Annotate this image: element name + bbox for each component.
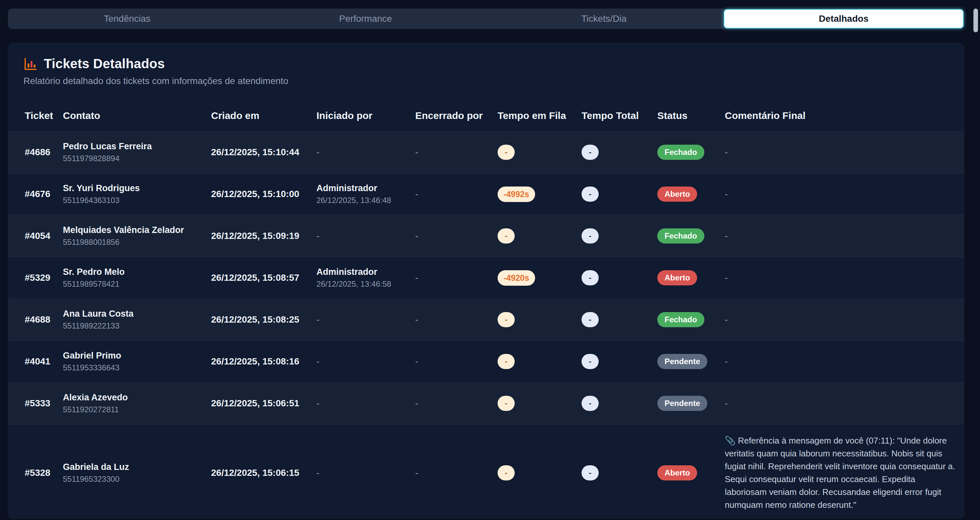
ended-by-value: - xyxy=(415,357,418,367)
contact-phone: 5511964363103 xyxy=(63,196,200,205)
final-comment-empty: - xyxy=(725,357,728,367)
contact-phone: 5511989578421 xyxy=(63,279,200,289)
created-cell: 26/12/2025, 15:08:25 xyxy=(206,299,311,341)
column-header: Encerrado por xyxy=(410,97,492,131)
ticket-cell: #5333 xyxy=(8,383,57,424)
total-time-cell: - xyxy=(576,215,652,257)
final-comment-empty: - xyxy=(725,231,728,241)
table-row: #5333Alexia Azevedo551192027281126/12/20… xyxy=(8,383,964,424)
contact-cell: Alexia Azevedo5511920272811 xyxy=(57,383,206,424)
created-at: 26/12/2025, 15:08:16 xyxy=(211,356,299,367)
final-comment-empty: - xyxy=(725,315,728,325)
created-at: 26/12/2025, 15:09:19 xyxy=(211,231,299,241)
status-badge: Aberto xyxy=(657,270,697,286)
total-time-cell: - xyxy=(576,341,652,383)
table-row: #4041Gabriel Primo551195333664326/12/202… xyxy=(8,341,964,383)
contact-name: Gabriel Primo xyxy=(63,351,200,361)
total-time-badge: - xyxy=(582,270,599,286)
queue-time-badge: -4992s xyxy=(498,187,535,202)
contact-cell: Gabriel Primo5511953336643 xyxy=(57,341,206,383)
ended-by-cell: - xyxy=(410,131,492,173)
queue-time-badge: -4920s xyxy=(498,270,535,286)
total-time-cell: - xyxy=(576,383,652,424)
contact-phone: 5511965323300 xyxy=(63,475,200,484)
queue-time-cell: - xyxy=(492,299,576,341)
started-by-cell: - xyxy=(311,424,410,519)
column-header: Criado em xyxy=(206,97,311,131)
total-time-badge: - xyxy=(582,354,599,369)
contact-name: Sr. Pedro Melo xyxy=(63,267,200,277)
queue-time-cell: - xyxy=(492,383,576,424)
total-time-cell: - xyxy=(576,173,652,215)
contact-name: Pedro Lucas Ferreira xyxy=(63,141,200,152)
ticket-id: #5329 xyxy=(25,273,50,283)
queue-time-badge: - xyxy=(498,465,515,480)
ended-by-value: - xyxy=(415,231,418,241)
final-comment-cell: - xyxy=(719,173,964,215)
contact-cell: Pedro Lucas Ferreira5511979828894 xyxy=(57,131,206,173)
page-subtitle: Relatório detalhado dos tickets com info… xyxy=(23,76,951,86)
contact-phone: 5511989222133 xyxy=(63,321,200,330)
created-at: 26/12/2025, 15:08:25 xyxy=(211,314,299,325)
ended-by-value: - xyxy=(415,468,418,478)
contact-cell: Sr. Yuri Rodrigues5511964363103 xyxy=(57,173,206,215)
status-badge: Fechado xyxy=(657,145,705,160)
ticket-cell: #4676 xyxy=(8,173,57,215)
started-by-empty: - xyxy=(317,468,320,478)
table-row: #5329Sr. Pedro Melo551198957842126/12/20… xyxy=(8,257,964,299)
status-badge: Fechado xyxy=(657,312,705,327)
started-by-date: 26/12/2025, 13:46:48 xyxy=(317,196,405,205)
queue-time-cell: -4992s xyxy=(492,173,576,215)
started-by-cell: - xyxy=(311,299,410,341)
tickets-table: TicketContatoCriado emIniciado porEncerr… xyxy=(8,97,964,519)
table-row: #4688Ana Laura Costa551198922213326/12/2… xyxy=(8,299,964,341)
tab-tend-ncias[interactable]: Tendências xyxy=(8,9,246,29)
status-badge: Aberto xyxy=(657,465,697,480)
queue-time-cell: - xyxy=(492,215,576,257)
status-cell: Aberto xyxy=(652,173,719,215)
ended-by-cell: - xyxy=(410,383,492,424)
table-row: #4686Pedro Lucas Ferreira551197982889426… xyxy=(8,131,964,173)
started-by-name: Administrador xyxy=(317,183,405,193)
status-cell: Aberto xyxy=(652,257,719,299)
status-badge: Fechado xyxy=(657,228,705,244)
ticket-id: #4688 xyxy=(25,314,50,325)
tab-detalhados[interactable]: Detalhados xyxy=(724,9,964,28)
contact-cell: Sr. Pedro Melo5511989578421 xyxy=(57,257,206,299)
status-cell: Fechado xyxy=(652,131,719,173)
created-at: 26/12/2025, 15:08:57 xyxy=(211,273,299,283)
total-time-cell: - xyxy=(576,424,652,519)
final-comment-cell: - xyxy=(719,257,964,299)
tab-tickets-dia[interactable]: Tickets/Dia xyxy=(485,9,723,29)
final-comment-text: 📎 Referência à mensagem de você (07:11):… xyxy=(725,434,959,511)
scrollbar-thumb[interactable] xyxy=(974,9,978,32)
contact-name: Melquiades Valência Zelador xyxy=(63,225,200,235)
status-cell: Fechado xyxy=(652,215,719,257)
started-by-cell: Administrador26/12/2025, 13:46:58 xyxy=(311,257,410,299)
tab-performance[interactable]: Performance xyxy=(246,9,485,29)
status-badge: Pendente xyxy=(657,354,707,369)
contact-cell: Melquiades Valência Zelador5511988001856 xyxy=(57,215,206,257)
created-cell: 26/12/2025, 15:10:00 xyxy=(206,173,311,215)
ended-by-cell: - xyxy=(410,341,492,383)
column-header: Ticket xyxy=(8,97,57,131)
ticket-id: #5333 xyxy=(25,398,50,408)
ended-by-cell: - xyxy=(410,257,492,299)
total-time-badge: - xyxy=(582,228,599,244)
ticket-id: #4041 xyxy=(25,356,50,367)
created-cell: 26/12/2025, 15:06:15 xyxy=(206,424,311,519)
final-comment-empty: - xyxy=(725,147,728,157)
column-header: Tempo Total xyxy=(576,97,652,131)
queue-time-badge: - xyxy=(498,396,515,411)
contact-name: Alexia Azevedo xyxy=(63,392,200,403)
ended-by-value: - xyxy=(415,189,418,199)
final-comment-cell: - xyxy=(719,383,964,424)
total-time-badge: - xyxy=(582,145,599,160)
final-comment-cell: - xyxy=(719,299,964,341)
created-cell: 26/12/2025, 15:06:51 xyxy=(206,383,311,424)
total-time-badge: - xyxy=(582,187,599,202)
page-title: Tickets Detalhados xyxy=(44,56,165,71)
created-cell: 26/12/2025, 15:10:44 xyxy=(206,131,311,173)
started-by-date: 26/12/2025, 13:46:58 xyxy=(317,279,405,289)
column-header: Contato xyxy=(57,97,206,131)
